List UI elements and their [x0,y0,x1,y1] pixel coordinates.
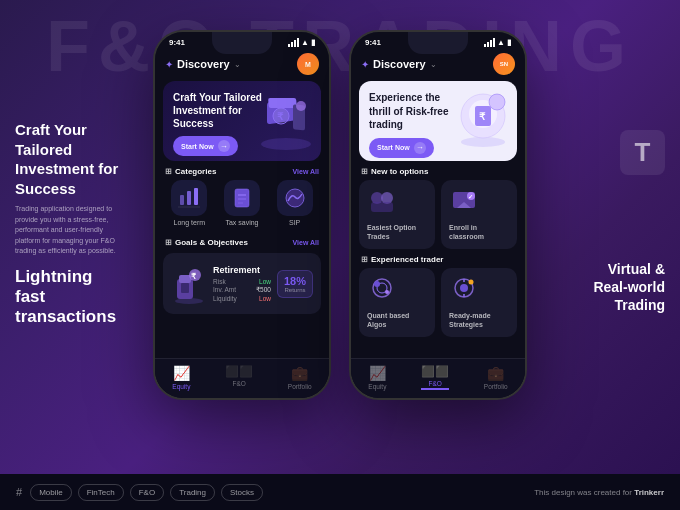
retirement-liquidity-row: Liquidity Low [213,295,271,302]
tag-mobile[interactable]: Mobile [30,484,72,501]
grid-icon: ⊞ [165,167,172,176]
goals-view-all[interactable]: View All [293,239,319,246]
option-card-strategies[interactable]: Ready-made Strategies [441,268,517,337]
sip-icon [277,180,313,216]
phone-2-avatar[interactable]: SN [493,53,515,75]
option-card-easiest[interactable]: Easiest Option Trades [359,180,435,249]
phone-2-nav-equity[interactable]: 📈 Equity [368,365,386,390]
phone-2-start-label: Start Now [377,144,410,151]
left-body: Trading application designed to provide … [15,204,125,257]
phone-2-notch [408,32,468,54]
long-term-icon [171,180,207,216]
phone-1-goals-section: ₹ Retirement Risk Low Inv. Amt ₹500 [155,251,329,316]
start-now-label: Start Now [181,143,214,150]
category-long-term[interactable]: Long term [171,180,207,226]
svg-text:₹: ₹ [479,111,486,122]
category-tax-saving[interactable]: Tax saving [224,180,260,226]
phone-1-screen: 9:41 ▲ ▮ ✦ Discovery ⌄ M [155,32,329,398]
option-easiest-icon [367,188,397,219]
phone-2-signal-icon [484,38,495,47]
phone-2-advanced-grid: Quant based Algos Ready-made Strategies [351,268,525,343]
phone-2-banner: Experience the thrill of Risk-free tradi… [359,81,517,161]
phone-1-banner: Craft Your Tailored Investment for Succe… [163,81,321,161]
liquidity-label: Liquidity [213,295,237,302]
categories-view-all[interactable]: View All [293,168,319,175]
option-quant-icon [367,276,397,307]
phone-1-bottom-nav: 📈 Equity ⬛⬛ F&O 💼 Portfolio [155,358,329,398]
tag-fintech[interactable]: FinTech [78,484,124,501]
svg-point-6 [296,101,306,111]
phone-1-avatar[interactable]: M [297,53,319,75]
returns-label: Returns [284,287,306,293]
right-heading: Virtual &Real-worldTrading [593,260,665,315]
svg-rect-8 [187,191,191,205]
hash-icon: # [16,486,22,498]
phone-2-portfolio-label: Portfolio [484,383,508,390]
equity-nav-icon: 📈 [173,365,190,381]
phone-2-chevron-icon: ⌄ [430,60,437,69]
phone-2-start-button[interactable]: Start Now → [369,138,434,158]
portfolio-nav-label: Portfolio [288,383,312,390]
phone-2-bottom-nav: 📈 Equity ⬛⬛ F&O 💼 Portfolio [351,358,525,398]
experienced-title: ⊞ Experienced trader [361,255,443,264]
tag-stocks[interactable]: Stocks [221,484,263,501]
risk-label: Risk [213,278,226,285]
svg-point-37 [385,290,389,294]
signal-icon [288,38,299,47]
phone-2-header-left: ✦ Discovery ⌄ [361,58,437,70]
phone-1-nav-equity[interactable]: 📈 Equity [172,365,190,390]
phone-1: 9:41 ▲ ▮ ✦ Discovery ⌄ M [153,30,331,400]
retirement-info: Retirement Risk Low Inv. Amt ₹500 Liquid… [213,265,271,303]
phone-1-notch [212,32,272,54]
phone-1-start-button[interactable]: Start Now → [173,136,238,156]
phone-2-equity-label: Equity [368,383,386,390]
liquidity-value: Low [259,295,271,302]
phone-2-options-grid: Easiest Option Trades ✓ Enroll in classr… [351,180,525,255]
option-strategies-icon [449,276,479,307]
phone-2-banner-illustration: ₹ [453,86,513,151]
phone-2-time: 9:41 [365,38,381,47]
retirement-title: Retirement [213,265,271,275]
t-logo: T [620,130,665,175]
phone-2-experienced-header: ⊞ Experienced trader [351,255,525,268]
svg-point-22 [461,137,505,147]
lightning-text: Lightning fasttransactions [15,267,125,328]
inv-value: ₹500 [256,286,271,294]
right-side-text: Virtual &Real-worldTrading [593,260,665,315]
svg-point-36 [374,281,380,287]
sip-label: SIP [289,219,300,226]
phone-1-nav-portfolio[interactable]: 💼 Portfolio [288,365,312,390]
retirement-card[interactable]: ₹ Retirement Risk Low Inv. Amt ₹500 [163,253,321,314]
phone-2-new-options-header: ⊞ New to options [351,161,525,180]
svg-rect-9 [194,188,198,205]
option-card-quant[interactable]: Quant based Algos [359,268,435,337]
category-sip[interactable]: SIP [277,180,313,226]
option-strategies-label: Ready-made Strategies [449,311,509,329]
goals-title: ⊞ Goals & Objectives [165,238,248,247]
tag-fo[interactable]: F&O [130,484,164,501]
phone-2-nav-fo[interactable]: ⬛⬛ F&O [421,365,449,390]
phone-1-header-title: Discovery [177,58,230,70]
phone-1-nav-fo[interactable]: ⬛⬛ F&O [225,365,253,390]
phone-2-nav-portfolio[interactable]: 💼 Portfolio [484,365,508,390]
arrow-icon: → [218,140,230,152]
phone-1-time: 9:41 [169,38,185,47]
battery-icon: ▮ [311,38,315,47]
phone-2-grid-icon: ⊞ [361,167,368,176]
experienced-label: Experienced trader [371,255,443,264]
option-card-enroll[interactable]: ✓ Enroll in classroom [441,180,517,249]
phone-2: 9:41 ▲ ▮ ✦ Discovery ⌄ SN [349,30,527,400]
equity-nav-label: Equity [172,383,190,390]
phone-1-categories-header: ⊞ Categories View All [155,161,329,180]
option-enroll-icon: ✓ [449,188,479,219]
phone-2-compass-icon: ✦ [361,59,369,70]
banner-illustration: ₹ [255,86,317,154]
svg-point-42 [469,280,474,285]
experienced-grid-icon: ⊞ [361,255,368,264]
retirement-icon: ₹ [171,261,207,306]
tag-trading[interactable]: Trading [170,484,215,501]
wifi-icon: ▲ [301,38,309,47]
svg-point-27 [489,94,505,110]
goals-label: Goals & Objectives [175,238,248,247]
long-term-label: Long term [174,219,206,226]
